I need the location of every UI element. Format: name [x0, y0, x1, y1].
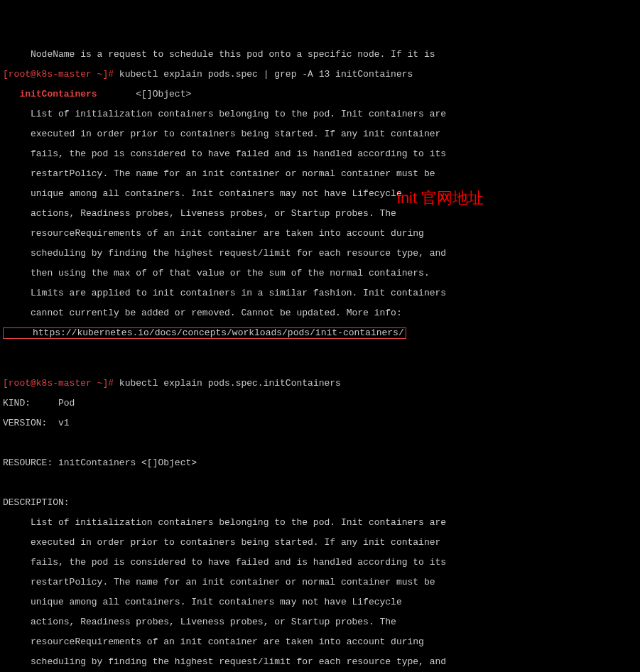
- desc2-3: restartPolicy. The name for an init cont…: [3, 578, 637, 587]
- desc1-0: List of initialization containers belong…: [3, 109, 637, 119]
- version-line: VERSION: v1: [3, 418, 637, 428]
- command-1: kubectl explain pods.spec | grep -A 13 i…: [114, 69, 413, 80]
- resource-line: RESOURCE: initContainers <[]Object>: [3, 458, 637, 468]
- blank: [3, 359, 637, 369]
- prompt-user-2: [root@k8s-master ~]#: [3, 378, 114, 389]
- desc1-8: then using the max of of that value or t…: [3, 269, 637, 278]
- desc1-5: actions, Readiness probes, Liveness prob…: [3, 209, 637, 219]
- field-type: <[]Object>: [97, 89, 192, 99]
- desc1-4: unique among all containers. Init contai…: [3, 189, 637, 199]
- prompt-line-2[interactable]: [root@k8s-master ~]# kubectl explain pod…: [3, 379, 637, 389]
- desc1-9: Limits are applied to init containers in…: [3, 288, 637, 298]
- desc2-7: scheduling by finding the highest reques…: [3, 657, 637, 667]
- kind-line: KIND: Pod: [3, 399, 637, 408]
- desc1-2: fails, the pod is considered to have fai…: [3, 149, 637, 159]
- command-2: kubectl explain pods.spec.initContainers: [114, 378, 341, 389]
- description-header: DESCRIPTION:: [3, 498, 637, 508]
- annotation-text: init 官网地址: [397, 193, 484, 203]
- desc2-5: actions, Readiness probes, Liveness prob…: [3, 617, 637, 627]
- prompt-line-1[interactable]: [root@k8s-master ~]# kubectl explain pod…: [3, 70, 637, 80]
- field-header: initContainers <[]Object>: [3, 90, 637, 99]
- desc2-4: unique among all containers. Init contai…: [3, 597, 637, 607]
- desc2-6: resourceRequirements of an init containe…: [3, 637, 637, 647]
- desc1-7: scheduling by finding the highest reques…: [3, 249, 637, 259]
- terminal-output: NodeName is a request to schedule this p…: [3, 40, 637, 672]
- blank: [3, 478, 637, 488]
- boxed-url-line: https://kubernetes.io/docs/concepts/work…: [3, 328, 637, 339]
- prompt-user: [root@k8s-master ~]#: [3, 69, 114, 80]
- desc2-2: fails, the pod is considered to have fai…: [3, 558, 637, 568]
- initcontainers-highlight: initContainers: [3, 89, 97, 99]
- desc2-1: executed in order prior to containers be…: [3, 538, 637, 548]
- desc1-3: restartPolicy. The name for an init cont…: [3, 169, 637, 179]
- desc1-1: executed in order prior to containers be…: [3, 129, 637, 139]
- desc2-0: List of initialization containers belong…: [3, 518, 637, 528]
- desc1-6: resourceRequirements of an init containe…: [3, 229, 637, 239]
- truncated-line: NodeName is a request to schedule this p…: [3, 50, 637, 60]
- url-highlight-box: https://kubernetes.io/docs/concepts/work…: [3, 327, 406, 339]
- blank: [3, 438, 637, 448]
- desc1-10: cannot currently be added or removed. Ca…: [3, 308, 637, 318]
